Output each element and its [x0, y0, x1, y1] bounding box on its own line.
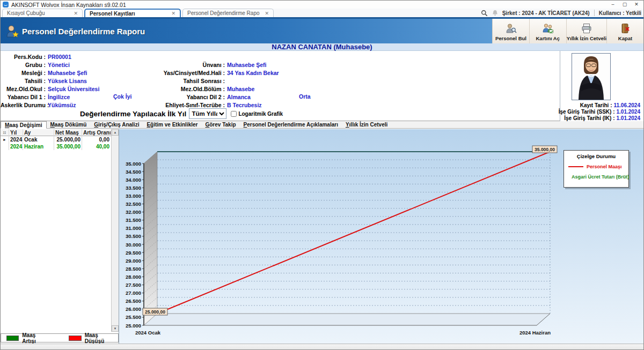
status-bar — [1, 344, 643, 350]
company-label: Şirket : 2024 - AK TİCARET (AK24) — [502, 10, 590, 16]
increase-swatch — [6, 336, 19, 341]
subtab-giris-cikis-analizi[interactable]: Giriş/Çıkış Analizi — [90, 121, 143, 129]
field-label: Ünvanı : — [129, 62, 225, 68]
date-label: İşe Giriş Tarihi (IK) : — [564, 115, 614, 121]
report-person-icon — [5, 24, 19, 38]
tab-close-icon[interactable]: ✕ — [171, 11, 175, 16]
kartini-ac-button[interactable]: Kartını Aç — [529, 19, 566, 43]
field-label: Yabancı Dil 1 : — [1, 94, 46, 100]
chart-legend-title: Çizelge Durumu — [564, 153, 628, 159]
find-person-icon — [505, 23, 517, 34]
subtab-maas-dokumu[interactable]: Maaş Dökümü — [47, 121, 91, 129]
field-label: Yas/Cinsiyet/Med.Hali : — [129, 70, 225, 76]
subtab-gorev-takip[interactable]: Görev Takip — [201, 121, 239, 129]
salary-chart-panel: 25.00025.50026.00026.50027.00027.50028.0… — [119, 129, 643, 344]
subtab-egitim-ve-etkinlikler[interactable]: Eğitim ve Etkinlikler — [143, 121, 201, 129]
svg-text:28.500: 28.500 — [126, 266, 141, 272]
yillik-izin-cetveli-button[interactable]: Yıllık İzin Cetveli — [566, 19, 606, 43]
scroll-down-icon[interactable]: ▼ — [112, 325, 119, 332]
table-row[interactable]: ► 2024 Ocak 25.000,00 0,00 — [1, 136, 112, 143]
table-scrollbar[interactable]: ▲ ▼ — [111, 129, 119, 332]
column-header-net-maas[interactable]: Net Maaş — [54, 129, 82, 136]
printer-icon — [581, 23, 592, 34]
photo-panel: Kayıt Tarihi :11.06.2024 İşe Giriş Tarih… — [560, 51, 643, 121]
scroll-up-icon[interactable]: ▲ — [112, 129, 119, 136]
personel-bul-button[interactable]: Personel Bul — [492, 19, 529, 43]
year-select[interactable]: Tüm Yılları — [189, 108, 226, 119]
svg-text:2024 Haziran: 2024 Haziran — [519, 330, 551, 336]
close-book-icon — [619, 23, 631, 34]
date-value: 1.01.2024 — [617, 115, 641, 121]
tab-kisayol-cubugu[interactable]: Kısayol Çubuğu ✕ — [2, 9, 83, 17]
close-button[interactable]: ✕ — [631, 1, 642, 8]
logarithmic-checkbox[interactable] — [231, 111, 237, 117]
section-tab-strip: Maaş Değişimi Maaş Dökümü Giriş/Çıkış An… — [1, 121, 643, 129]
svg-text:29.000: 29.000 — [126, 258, 141, 264]
tab-personel-degerlendirme[interactable]: Personel Değerlendirme Rapo ✕ — [182, 9, 274, 17]
svg-text:27.000: 27.000 — [126, 290, 141, 296]
svg-text:25.000: 25.000 — [126, 323, 141, 329]
svg-text:32.500: 32.500 — [126, 201, 141, 207]
divider — [594, 10, 595, 16]
tab-close-icon[interactable]: ✕ — [265, 11, 269, 16]
date-label: Kayıt Tarihi : — [580, 102, 612, 108]
app-logo-icon — [3, 2, 9, 8]
evaluation-filter-row: Değerlendirme Yapılacak İlk Yıl Tüm Yıll… — [1, 107, 283, 121]
column-header-yil[interactable]: Yıl — [9, 129, 23, 136]
decrease-label: Maaş Düşüşü — [85, 332, 118, 344]
field-value: PR00001 — [48, 54, 71, 60]
minwage-series-label: Asgari Ücret Tutarı (Brüt) — [572, 174, 629, 180]
kapat-button[interactable]: Kapat — [606, 19, 643, 43]
table-header-row: ∷ Yıl Ay Net Maaş Artış Oranı (... — [1, 129, 112, 136]
svg-text:2024 Ocak: 2024 Ocak — [135, 330, 161, 336]
field-value: Selçuk Üniversitesi — [48, 86, 99, 92]
date-value: 1.01.2024 — [617, 109, 641, 115]
page-title: Personel Değerlendirme Raporu — [22, 27, 145, 36]
application-window: AKINSOFT Wolvox İnsan Kaynakları s9.02.0… — [0, 0, 644, 350]
field-value: Yönetici — [48, 62, 70, 68]
svg-text:25.000,00: 25.000,00 — [145, 309, 165, 315]
field-value: İngilizce — [48, 94, 70, 100]
subtab-maas-degisimi[interactable]: Maaş Değişimi — [1, 121, 47, 129]
employment-dates: Kayıt Tarihi :11.06.2024 İşe Giriş Tarih… — [559, 102, 640, 121]
window-title: AKINSOFT Wolvox İnsan Kaynakları s9.02.0… — [11, 2, 126, 8]
salary-series-label: Personel Maaşı — [587, 164, 622, 169]
svg-text:27.500: 27.500 — [126, 282, 141, 288]
salary-table: ∷ Yıl Ay Net Maaş Artış Oranı (... ► 202… — [1, 129, 112, 150]
column-header-artis-orani[interactable]: Artış Oranı (... — [82, 129, 111, 136]
svg-text:35.000: 35.000 — [126, 161, 141, 167]
svg-text:25.500: 25.500 — [126, 314, 141, 320]
subtab-yillik-izin-cetveli[interactable]: Yıllık İzin Cetveli — [342, 121, 391, 129]
tab-personel-kayitlari[interactable]: Personel Kayıtları ✕ — [84, 9, 181, 17]
svg-text:34.500: 34.500 — [126, 169, 141, 175]
svg-text:29.500: 29.500 — [126, 250, 141, 256]
field-label: Mez.Old.Okul : — [1, 86, 46, 92]
search-icon[interactable] — [481, 10, 488, 17]
field-value: Yüksek Lisans — [48, 78, 87, 84]
tab-close-icon[interactable]: ✕ — [74, 11, 78, 16]
column-header-ay[interactable]: Ay — [23, 129, 54, 136]
bell-icon[interactable] — [492, 10, 498, 16]
maximize-button[interactable]: ▢ — [619, 1, 631, 8]
employee-name-header: NAZAN CANATAN (Muhasebe) — [1, 43, 643, 51]
field-label: Mez.Old.Bölüm : — [129, 86, 225, 92]
svg-text:30.500: 30.500 — [126, 233, 141, 239]
open-card-icon — [542, 23, 554, 34]
svg-text:32.000: 32.000 — [126, 209, 141, 215]
date-label: İşe Giriş Tarihi (SSK) : — [559, 109, 615, 115]
document-tab-bar: Kısayol Çubuğu ✕ Personel Kayıtları ✕ Pe… — [1, 9, 643, 17]
table-row[interactable]: 2024 Haziran 35.000,00 40,00 — [1, 143, 112, 150]
svg-text:35.000,00: 35.000,00 — [535, 147, 555, 152]
minimize-button[interactable]: – — [607, 1, 619, 8]
first-year-label: Değerlendirme Yapılacak İlk Yıl — [80, 110, 186, 118]
employee-photo — [572, 53, 611, 100]
salary-series-line — [568, 166, 583, 167]
chart-legend: Çizelge Durumu Personel Maaşı Asgari Ücr… — [564, 150, 629, 188]
field-value: Muhasebe — [227, 86, 254, 92]
info-column-right: Ünvanı :Muhasebe Şefi Yas/Cinsiyet/Med.H… — [129, 61, 430, 109]
logarithmic-label: Logaritmik Grafik — [238, 111, 283, 117]
subtab-personel-degerlendirme-aciklamalari[interactable]: Personel Değerlendirme Açıklamaları — [240, 121, 342, 129]
svg-text:26.000: 26.000 — [126, 306, 141, 312]
field-value: Muhasebe Şefi — [227, 62, 267, 68]
date-value: 11.06.2024 — [614, 102, 641, 108]
